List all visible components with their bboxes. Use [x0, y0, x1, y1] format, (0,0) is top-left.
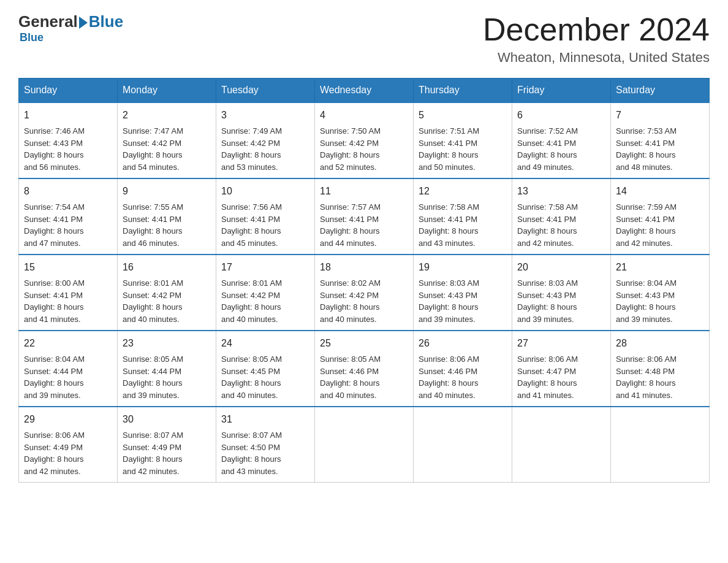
calendar-table: Sunday Monday Tuesday Wednesday Thursday… — [18, 78, 710, 483]
table-row: 31 Sunrise: 8:07 AM Sunset: 4:50 PM Dayl… — [216, 407, 315, 483]
day-number: 29 — [24, 412, 112, 427]
day-number: 27 — [517, 336, 605, 351]
table-row: 26 Sunrise: 8:06 AM Sunset: 4:46 PM Dayl… — [414, 331, 512, 407]
table-row — [414, 407, 512, 483]
day-number: 31 — [221, 412, 309, 427]
day-info: Sunrise: 8:05 AM Sunset: 4:46 PM Dayligh… — [320, 353, 408, 401]
table-row: 25 Sunrise: 8:05 AM Sunset: 4:46 PM Dayl… — [315, 331, 414, 407]
day-number: 20 — [517, 260, 605, 275]
day-number: 6 — [517, 108, 605, 123]
table-row: 2 Sunrise: 7:47 AM Sunset: 4:42 PM Dayli… — [118, 102, 216, 178]
day-number: 25 — [320, 336, 408, 351]
title-section: December 2024 Wheaton, Minnesota, United… — [483, 12, 710, 66]
table-row: 27 Sunrise: 8:06 AM Sunset: 4:47 PM Dayl… — [512, 331, 611, 407]
day-info: Sunrise: 8:07 AM Sunset: 4:50 PM Dayligh… — [221, 429, 309, 477]
day-info: Sunrise: 7:51 AM Sunset: 4:41 PM Dayligh… — [419, 125, 507, 173]
day-number: 26 — [419, 336, 507, 351]
header-wednesday: Wednesday — [315, 79, 414, 103]
table-row: 3 Sunrise: 7:49 AM Sunset: 4:42 PM Dayli… — [216, 102, 315, 178]
day-number: 19 — [419, 260, 507, 275]
logo: General Blue Blue — [18, 12, 123, 44]
day-info: Sunrise: 8:01 AM Sunset: 4:42 PM Dayligh… — [221, 277, 309, 325]
table-row: 21 Sunrise: 8:04 AM Sunset: 4:43 PM Dayl… — [611, 255, 710, 331]
day-number: 28 — [616, 336, 704, 351]
day-info: Sunrise: 7:54 AM Sunset: 4:41 PM Dayligh… — [24, 201, 112, 249]
day-info: Sunrise: 8:03 AM Sunset: 4:43 PM Dayligh… — [419, 277, 507, 325]
table-row: 12 Sunrise: 7:58 AM Sunset: 4:41 PM Dayl… — [414, 178, 512, 255]
day-number: 10 — [221, 184, 309, 199]
location-text: Wheaton, Minnesota, United States — [483, 50, 710, 66]
day-number: 5 — [419, 108, 507, 123]
table-row: 24 Sunrise: 8:05 AM Sunset: 4:45 PM Dayl… — [216, 331, 315, 407]
header-saturday: Saturday — [611, 79, 710, 103]
day-info: Sunrise: 8:03 AM Sunset: 4:43 PM Dayligh… — [517, 277, 605, 325]
day-info: Sunrise: 8:07 AM Sunset: 4:49 PM Dayligh… — [123, 429, 211, 477]
calendar-week-row: 8 Sunrise: 7:54 AM Sunset: 4:41 PM Dayli… — [19, 178, 710, 255]
logo-arrow-icon — [79, 17, 88, 29]
calendar-week-row: 15 Sunrise: 8:00 AM Sunset: 4:41 PM Dayl… — [19, 255, 710, 331]
header-friday: Friday — [512, 79, 611, 103]
table-row: 18 Sunrise: 8:02 AM Sunset: 4:42 PM Dayl… — [315, 255, 414, 331]
day-info: Sunrise: 7:47 AM Sunset: 4:42 PM Dayligh… — [123, 125, 211, 173]
page-header: General Blue Blue December 2024 Wheaton,… — [18, 12, 710, 66]
day-number: 14 — [616, 184, 704, 199]
weekday-header-row: Sunday Monday Tuesday Wednesday Thursday… — [19, 79, 710, 103]
table-row — [315, 407, 414, 483]
logo-general-text: General — [18, 12, 78, 31]
day-number: 11 — [320, 184, 408, 199]
table-row: 9 Sunrise: 7:55 AM Sunset: 4:41 PM Dayli… — [118, 178, 216, 255]
table-row: 19 Sunrise: 8:03 AM Sunset: 4:43 PM Dayl… — [414, 255, 512, 331]
table-row: 20 Sunrise: 8:03 AM Sunset: 4:43 PM Dayl… — [512, 255, 611, 331]
day-number: 13 — [517, 184, 605, 199]
logo-subtitle: Blue — [20, 31, 44, 44]
day-info: Sunrise: 7:49 AM Sunset: 4:42 PM Dayligh… — [221, 125, 309, 173]
day-info: Sunrise: 8:01 AM Sunset: 4:42 PM Dayligh… — [123, 277, 211, 325]
calendar-week-row: 1 Sunrise: 7:46 AM Sunset: 4:43 PM Dayli… — [19, 102, 710, 178]
header-sunday: Sunday — [19, 79, 118, 103]
header-tuesday: Tuesday — [216, 79, 315, 103]
day-number: 23 — [123, 336, 211, 351]
day-info: Sunrise: 8:06 AM Sunset: 4:48 PM Dayligh… — [616, 353, 704, 401]
day-number: 17 — [221, 260, 309, 275]
day-number: 30 — [123, 412, 211, 427]
logo-blue-text: Blue — [89, 12, 123, 31]
day-info: Sunrise: 8:06 AM Sunset: 4:49 PM Dayligh… — [24, 429, 112, 477]
day-number: 4 — [320, 108, 408, 123]
day-info: Sunrise: 8:05 AM Sunset: 4:44 PM Dayligh… — [123, 353, 211, 401]
day-info: Sunrise: 8:04 AM Sunset: 4:44 PM Dayligh… — [24, 353, 112, 401]
day-number: 18 — [320, 260, 408, 275]
day-info: Sunrise: 8:06 AM Sunset: 4:46 PM Dayligh… — [419, 353, 507, 401]
day-number: 22 — [24, 336, 112, 351]
table-row: 16 Sunrise: 8:01 AM Sunset: 4:42 PM Dayl… — [118, 255, 216, 331]
day-number: 16 — [123, 260, 211, 275]
day-info: Sunrise: 8:04 AM Sunset: 4:43 PM Dayligh… — [616, 277, 704, 325]
table-row: 29 Sunrise: 8:06 AM Sunset: 4:49 PM Dayl… — [19, 407, 118, 483]
table-row: 17 Sunrise: 8:01 AM Sunset: 4:42 PM Dayl… — [216, 255, 315, 331]
day-number: 21 — [616, 260, 704, 275]
table-row: 22 Sunrise: 8:04 AM Sunset: 4:44 PM Dayl… — [19, 331, 118, 407]
table-row: 13 Sunrise: 7:58 AM Sunset: 4:41 PM Dayl… — [512, 178, 611, 255]
day-info: Sunrise: 7:52 AM Sunset: 4:41 PM Dayligh… — [517, 125, 605, 173]
day-number: 2 — [123, 108, 211, 123]
day-number: 24 — [221, 336, 309, 351]
day-number: 7 — [616, 108, 704, 123]
day-number: 12 — [419, 184, 507, 199]
day-info: Sunrise: 7:56 AM Sunset: 4:41 PM Dayligh… — [221, 201, 309, 249]
table-row: 14 Sunrise: 7:59 AM Sunset: 4:41 PM Dayl… — [611, 178, 710, 255]
table-row: 10 Sunrise: 7:56 AM Sunset: 4:41 PM Dayl… — [216, 178, 315, 255]
day-number: 1 — [24, 108, 112, 123]
table-row: 1 Sunrise: 7:46 AM Sunset: 4:43 PM Dayli… — [19, 102, 118, 178]
table-row: 28 Sunrise: 8:06 AM Sunset: 4:48 PM Dayl… — [611, 331, 710, 407]
day-info: Sunrise: 7:46 AM Sunset: 4:43 PM Dayligh… — [24, 125, 112, 173]
month-title: December 2024 — [483, 12, 710, 47]
day-number: 3 — [221, 108, 309, 123]
day-info: Sunrise: 8:00 AM Sunset: 4:41 PM Dayligh… — [24, 277, 112, 325]
day-info: Sunrise: 7:59 AM Sunset: 4:41 PM Dayligh… — [616, 201, 704, 249]
table-row: 6 Sunrise: 7:52 AM Sunset: 4:41 PM Dayli… — [512, 102, 611, 178]
table-row: 15 Sunrise: 8:00 AM Sunset: 4:41 PM Dayl… — [19, 255, 118, 331]
day-info: Sunrise: 8:02 AM Sunset: 4:42 PM Dayligh… — [320, 277, 408, 325]
day-info: Sunrise: 7:50 AM Sunset: 4:42 PM Dayligh… — [320, 125, 408, 173]
table-row: 8 Sunrise: 7:54 AM Sunset: 4:41 PM Dayli… — [19, 178, 118, 255]
table-row: 23 Sunrise: 8:05 AM Sunset: 4:44 PM Dayl… — [118, 331, 216, 407]
day-number: 15 — [24, 260, 112, 275]
